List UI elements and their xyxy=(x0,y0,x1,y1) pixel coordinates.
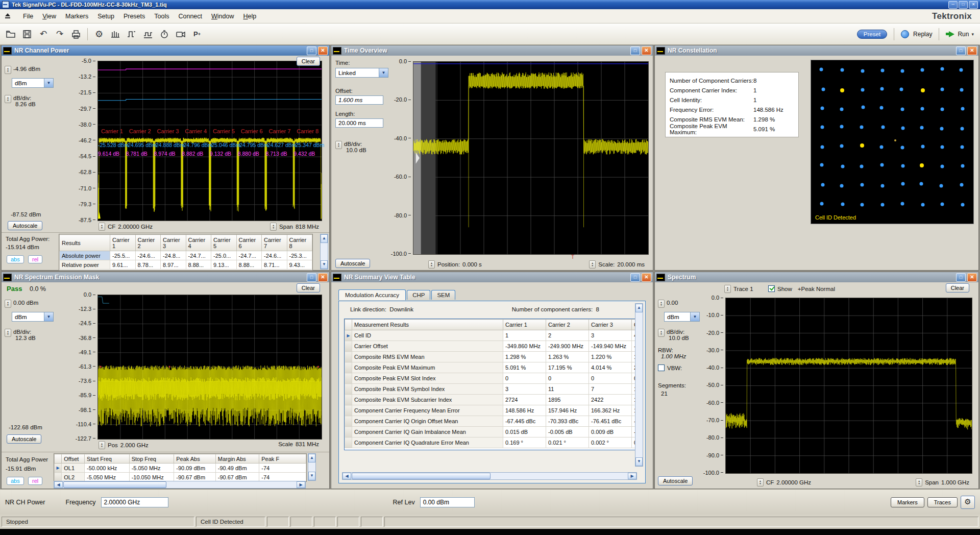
table-cell[interactable]: -24.8... xyxy=(161,251,186,260)
table-row[interactable]: OL2-5.050 MHz-10.050 MHz-90.67 dBm-90.67… xyxy=(55,473,306,482)
autoscale-button[interactable]: Autoscale xyxy=(335,259,370,268)
panel-titlebar[interactable]: NR Spectrum Emission Mask □✕ xyxy=(2,272,329,282)
column-header[interactable]: Carrier 3 xyxy=(589,320,632,330)
menu-item-connect[interactable]: Connect xyxy=(174,11,207,21)
tab-modulation-accuracy[interactable]: Modulation Accuracy xyxy=(338,289,406,300)
column-header[interactable]: Measurement Results xyxy=(352,320,503,330)
panel-titlebar[interactable]: Time Overview □✕ xyxy=(331,45,653,56)
table-cell[interactable]: Composite RMS EVM Mean xyxy=(352,352,503,362)
table-cell[interactable]: 9.43... xyxy=(287,260,312,270)
panel-titlebar[interactable]: NR Constellation □✕ xyxy=(655,45,978,56)
cf-readout[interactable]: ▲▼ CF2.00000 GHz xyxy=(757,478,811,487)
table-cell[interactable]: -74 xyxy=(259,464,306,473)
column-header[interactable]: Results xyxy=(60,235,110,251)
column-header[interactable]: Carrier 6 xyxy=(236,235,262,251)
tab-chp[interactable]: CHP xyxy=(407,290,430,300)
table-cell[interactable]: 11 xyxy=(546,384,589,395)
table-cell[interactable]: -10.050 MHz xyxy=(129,473,174,482)
row-selector[interactable] xyxy=(345,405,352,416)
spinner-icon[interactable]: ▲▼ xyxy=(5,329,11,337)
panel-maximize-icon[interactable]: □ xyxy=(956,46,966,55)
table-row[interactable]: ▶Cell ID1234 xyxy=(345,330,638,341)
panel-maximize-icon[interactable]: □ xyxy=(307,46,316,55)
table-cell[interactable]: OL2 xyxy=(62,473,85,482)
table-cell[interactable]: 0.009 dB xyxy=(589,427,632,437)
table-cell[interactable]: -90.67 dBm xyxy=(215,473,259,482)
offset-input[interactable]: 1.600 ms xyxy=(335,95,383,105)
table-cell[interactable]: -70.393 dBc xyxy=(546,416,589,427)
cf-readout[interactable]: ▲▼ CF2.00000 GHz xyxy=(99,223,153,231)
dbdiv-control[interactable]: ▲▼dB/div:12.3 dB xyxy=(5,329,67,341)
checkbox-checked-icon[interactable] xyxy=(768,285,775,292)
column-header[interactable]: Carrier 1 xyxy=(110,235,136,251)
clear-button[interactable]: Clear xyxy=(946,283,969,293)
autoscale-button[interactable]: Autoscale xyxy=(658,476,693,485)
table-cell[interactable]: Component Carrier IQ Gain Imbalance Mean xyxy=(352,427,503,437)
channel-power-plot[interactable]: Carrier 1Carrier 2Carrier 3Carrier 4Carr… xyxy=(97,61,322,221)
spinner-icon[interactable]: ▲▼ xyxy=(428,260,435,269)
length-input[interactable]: 20.000 ms xyxy=(335,118,383,128)
table-cell[interactable]: 2 xyxy=(546,330,589,341)
table-cell[interactable]: 1.298 % xyxy=(503,352,546,362)
table-row[interactable]: Composite Peak EVM Slot Index0000 xyxy=(345,373,638,384)
span-readout[interactable]: ▲▼ Span1.000 GHz xyxy=(916,478,969,487)
spectrum-plot[interactable] xyxy=(725,298,972,474)
table-cell[interactable]: 7 xyxy=(589,384,632,395)
table-cell[interactable]: -24.6... xyxy=(135,251,161,260)
table-cell[interactable]: -90.49 dBm xyxy=(215,464,259,473)
table-row[interactable]: Relative power9.61...8.78...8.97...8.88.… xyxy=(60,260,312,270)
tab-sem[interactable]: SEM xyxy=(431,290,455,300)
column-header[interactable]: Carrier 2 xyxy=(135,235,161,251)
column-header[interactable]: Carrier 7 xyxy=(262,235,287,251)
column-header[interactable]: Carrier 5 xyxy=(211,235,237,251)
constellation-plot[interactable]: Cell ID Detected xyxy=(811,60,974,224)
ref-level-control[interactable]: ▲▼0.00 xyxy=(658,300,703,308)
table-row[interactable]: Carrier Offset-349.860 MHz-249.900 MHz-1… xyxy=(345,341,638,352)
row-selector[interactable] xyxy=(345,437,352,448)
units-dropdown[interactable]: dBm▼ xyxy=(664,312,700,322)
reflev-input[interactable]: 0.00 dBm xyxy=(420,497,475,507)
table-cell[interactable]: -24.7... xyxy=(186,251,211,260)
table-cell[interactable]: 3 xyxy=(503,384,546,395)
panel-close-icon[interactable]: ✕ xyxy=(642,273,651,282)
scale-readout[interactable]: ▲▼ Scale:20.000 ms xyxy=(589,260,645,269)
eject-icon[interactable] xyxy=(4,13,11,19)
panel-maximize-icon[interactable]: □ xyxy=(630,273,640,282)
row-selector[interactable] xyxy=(345,341,352,352)
units-dropdown[interactable]: dBm▼ xyxy=(12,78,54,88)
row-selector[interactable] xyxy=(345,362,352,373)
trace-selector[interactable]: ▲▼ Trace 1 xyxy=(724,285,753,293)
table-cell[interactable]: 166.362 Hz xyxy=(589,405,632,416)
spinner-icon[interactable]: ▲▼ xyxy=(757,478,764,487)
preset-button[interactable]: Preset xyxy=(857,30,887,39)
open-file-icon[interactable] xyxy=(3,27,18,42)
preset-plus-icon[interactable]: P+ xyxy=(189,27,205,42)
show-checkbox[interactable]: Show +Peak Normal xyxy=(768,285,835,292)
abs-button[interactable]: abs xyxy=(7,255,24,263)
spinner-icon[interactable]: ▲▼ xyxy=(589,260,596,269)
table-cell[interactable]: Composite Peak EVM Symbol Index xyxy=(352,384,503,395)
traces-button[interactable]: Traces xyxy=(927,497,958,507)
table-cell[interactable]: -90.67 dBm xyxy=(174,473,215,482)
table-cell[interactable]: -90.09 dBm xyxy=(174,464,215,473)
table-cell[interactable]: 8.78... xyxy=(135,260,161,270)
units-dropdown[interactable]: dBm▼ xyxy=(12,312,54,322)
menu-item-tools[interactable]: Tools xyxy=(150,11,174,21)
table-cell[interactable]: Component Carrier Frequency Mean Error xyxy=(352,405,503,416)
iq-waveform-icon[interactable] xyxy=(140,27,156,42)
channel-power-table[interactable]: ResultsCarrier 1Carrier 2Carrier 3Carrie… xyxy=(59,234,313,271)
table-cell[interactable]: Composite Peak EVM Subcarrier Index xyxy=(352,395,503,405)
table-cell[interactable]: 8.97... xyxy=(161,260,186,270)
timer-icon[interactable] xyxy=(157,27,172,42)
table-cell[interactable]: Composite Peak EVM Maximum xyxy=(352,362,503,373)
table-cell[interactable]: 8.88... xyxy=(186,260,211,270)
table-cell[interactable]: 4.014 % xyxy=(589,362,632,373)
table-vertical-scrollbar[interactable]: ▲▼ xyxy=(308,453,316,481)
table-cell[interactable]: Relative power xyxy=(60,260,110,270)
summary-table[interactable]: Measurement ResultsCarrier 1Carrier 2Car… xyxy=(344,319,637,450)
panel-titlebar[interactable]: Spectrum □✕ xyxy=(655,272,978,282)
table-cell[interactable]: -25.0... xyxy=(211,251,237,260)
table-vertical-scrollbar[interactable]: ▲▼ xyxy=(320,234,328,270)
clear-button[interactable]: Clear xyxy=(297,283,320,293)
table-cell[interactable]: 0.002 ° xyxy=(589,437,632,448)
